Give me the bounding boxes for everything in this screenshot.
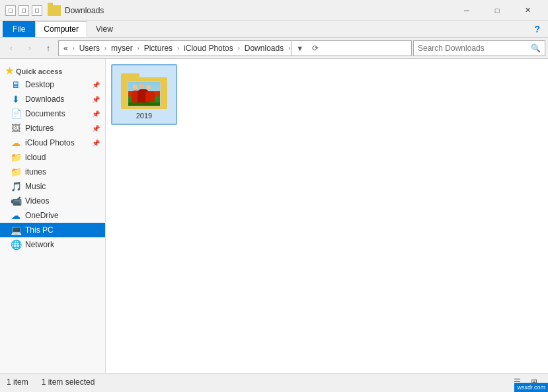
maximize-button[interactable]: □: [482, 0, 512, 21]
back-button[interactable]: ‹: [3, 40, 20, 57]
videos-icon: 📹: [11, 196, 21, 206]
sidebar-icloud-label: icloud: [25, 153, 46, 162]
address-doubleangle[interactable]: «: [61, 43, 70, 54]
file-name-2019: 2019: [136, 112, 152, 120]
address-myser[interactable]: myser: [109, 43, 135, 54]
this-pc-icon: 💻: [11, 225, 21, 235]
sidebar-item-itunes[interactable]: 📁 itunes: [0, 165, 105, 179]
pin-icon-documents: 📌: [92, 110, 100, 118]
sidebar-item-pictures[interactable]: 🖼 Pictures 📌: [0, 121, 105, 136]
content-area[interactable]: 2019: [106, 59, 548, 373]
sidebar-item-icloud[interactable]: 📁 icloud: [0, 150, 105, 165]
network-icon: 🌐: [11, 239, 21, 250]
minimize-button[interactable]: ─: [451, 0, 482, 21]
desktop-icon: 🖥: [11, 79, 21, 90]
sidebar: ★ Quick access 🖥 Desktop 📌 ⬇ Downloads 📌…: [0, 59, 106, 373]
address-chevron-0: ›: [71, 45, 76, 52]
title-icon-1: □: [5, 5, 16, 16]
sidebar-onedrive-label: OneDrive: [25, 211, 59, 220]
quick-access-header: ★ Quick access: [0, 61, 105, 77]
up-button[interactable]: ↑: [40, 40, 57, 57]
address-chevron-5: ›: [287, 45, 292, 52]
sidebar-documents-label: Documents: [25, 109, 65, 118]
ribbon-tabs: File Computer View ?: [0, 21, 548, 37]
sidebar-icloud-photos-label: iCloud Photos: [25, 138, 75, 147]
address-chevron-2: ›: [136, 45, 141, 52]
address-downloads[interactable]: Downloads: [243, 43, 286, 54]
sidebar-desktop-label: Desktop: [25, 80, 54, 89]
sidebar-music-label: Music: [25, 182, 46, 191]
music-icon: 🎵: [11, 181, 21, 192]
item-count: 1 item: [7, 377, 28, 387]
downloads-icon: ⬇: [11, 94, 21, 104]
address-chevron-3: ›: [176, 45, 180, 52]
sidebar-itunes-label: itunes: [25, 167, 46, 176]
sidebar-item-music[interactable]: 🎵 Music: [0, 179, 105, 194]
search-box[interactable]: 🔍: [413, 40, 545, 56]
sidebar-this-pc-label: This PC: [25, 225, 54, 235]
address-chevron-4: ›: [237, 45, 241, 52]
address-pictures[interactable]: Pictures: [142, 43, 175, 54]
forward-button[interactable]: ›: [21, 40, 38, 57]
sidebar-item-downloads[interactable]: ⬇ Downloads 📌: [0, 92, 105, 106]
address-chevron-1: ›: [103, 45, 108, 52]
help-button[interactable]: ?: [529, 21, 545, 37]
status-bar: 1 item 1 item selected ☰ ⊞: [0, 373, 548, 390]
sidebar-downloads-label: Downloads: [25, 95, 64, 104]
icloud-photos-icon: ☁: [11, 137, 21, 148]
close-button[interactable]: ✕: [512, 0, 543, 21]
main-layout: ★ Quick access 🖥 Desktop 📌 ⬇ Downloads 📌…: [0, 59, 548, 373]
ribbon: File Computer View ?: [0, 21, 548, 38]
search-input[interactable]: [418, 44, 528, 53]
address-icloud-photos[interactable]: iCloud Photos: [182, 43, 235, 54]
address-segment-root: « › Users › myser › Pictures › iCloud Ph…: [61, 43, 292, 54]
tab-view[interactable]: View: [87, 21, 122, 37]
pin-icon-icloud-photos: 📌: [92, 139, 100, 147]
navigation-bar: ‹ › ↑ « › Users › myser › Pictures › iCl…: [0, 38, 548, 59]
sidebar-item-videos[interactable]: 📹 Videos: [0, 194, 105, 208]
address-users[interactable]: Users: [77, 43, 102, 54]
address-bar[interactable]: « › Users › myser › Pictures › iCloud Ph…: [58, 40, 412, 56]
title-bar: □ □ □ Downloads ─ □ ✕: [0, 0, 548, 21]
sidebar-item-desktop[interactable]: 🖥 Desktop 📌: [0, 77, 105, 92]
documents-icon: 📄: [11, 108, 21, 119]
sidebar-videos-label: Videos: [25, 196, 49, 206]
onedrive-icon: ☁: [11, 210, 21, 221]
sidebar-network-label: Network: [25, 240, 54, 249]
folder-preview: [128, 81, 161, 106]
pin-icon-pictures: 📌: [92, 125, 100, 132]
refresh-button[interactable]: ⟳: [307, 40, 323, 56]
preview-image: [128, 82, 160, 106]
selected-count: 1 item selected: [42, 377, 95, 387]
pin-icon-downloads: 📌: [92, 96, 100, 103]
sidebar-item-this-pc[interactable]: 💻 This PC: [0, 223, 105, 237]
sidebar-item-documents[interactable]: 📄 Documents 📌: [0, 106, 105, 121]
title-icon-3: □: [32, 5, 42, 16]
search-icon: 🔍: [531, 44, 541, 53]
icloud-folder-icon: 📁: [11, 152, 21, 163]
window-controls: ─ □ ✕: [451, 0, 543, 21]
sidebar-pictures-label: Pictures: [25, 124, 54, 133]
sidebar-item-network[interactable]: 🌐 Network: [0, 237, 105, 252]
pictures-icon: 🖼: [11, 123, 21, 134]
window-folder-icon: [48, 5, 61, 16]
file-grid: 2019: [111, 64, 543, 125]
sidebar-item-onedrive[interactable]: ☁ OneDrive: [0, 208, 105, 223]
title-bar-system-icons: □ □ □: [5, 5, 42, 16]
file-item-2019[interactable]: 2019: [111, 64, 177, 125]
title-icon-2: □: [19, 5, 29, 16]
address-dropdown-button[interactable]: ▼: [292, 40, 307, 56]
sidebar-item-icloud-photos[interactable]: ☁ iCloud Photos 📌: [0, 136, 105, 150]
tab-computer[interactable]: Computer: [35, 21, 87, 37]
pin-icon-desktop: 📌: [92, 81, 100, 89]
itunes-folder-icon: 📁: [11, 167, 21, 177]
tab-file[interactable]: File: [3, 21, 35, 37]
taskbar-corner: wsxdr.com: [514, 383, 548, 392]
window-title: Downloads: [65, 6, 451, 15]
folder-thumbnail-2019: [121, 69, 167, 109]
